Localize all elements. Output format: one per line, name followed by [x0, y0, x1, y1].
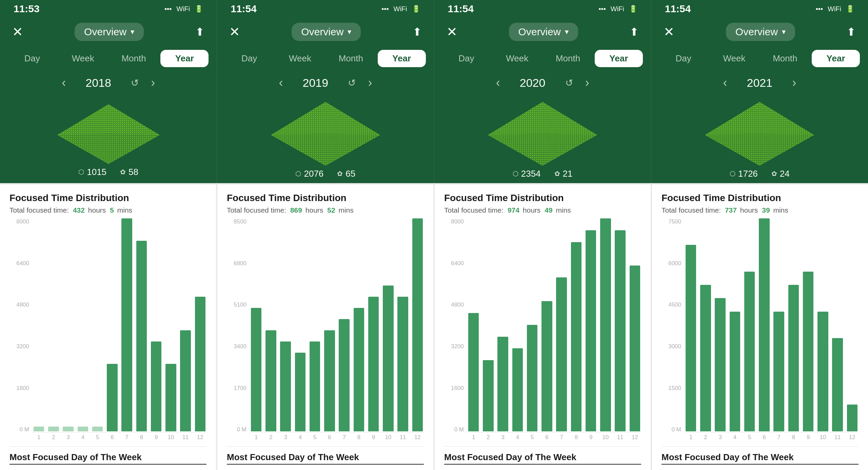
tab-day-1[interactable]: Day [8, 50, 56, 67]
tab-year-2[interactable]: Year [378, 50, 426, 67]
tab-month-4[interactable]: Month [761, 50, 809, 67]
share-button-3[interactable]: ⬆ [630, 25, 639, 38]
diamond-stats-2: ⬡ 2076 ✿ 65 [295, 169, 355, 179]
bar [368, 297, 379, 431]
bar-col [743, 218, 756, 431]
x-label: 5 [526, 434, 538, 441]
prev-year-4[interactable]: ‹ [723, 76, 727, 90]
tab-year-4[interactable]: Year [812, 50, 860, 67]
bar [847, 405, 858, 431]
bar-col [294, 218, 307, 431]
x-label: 7 [773, 434, 785, 441]
close-button-1[interactable]: ✕ [12, 24, 23, 39]
next-year-4[interactable]: › [792, 76, 796, 90]
tab-day-4[interactable]: Day [659, 50, 708, 67]
x-label: 12 [629, 434, 641, 441]
bar-col [570, 218, 583, 431]
share-button-1[interactable]: ⬆ [195, 25, 204, 38]
bar [497, 337, 508, 431]
close-button-2[interactable]: ✕ [229, 24, 240, 39]
tab-year-3[interactable]: Year [595, 50, 643, 67]
x-label: 3 [279, 434, 292, 441]
close-button-4[interactable]: ✕ [664, 24, 674, 39]
card-title-2: Focused Time Distribution [227, 193, 424, 203]
x-label: 9 [802, 434, 814, 441]
year-label-3: 2020 [512, 76, 553, 90]
tab-week-2[interactable]: Week [276, 50, 324, 67]
next-year-2[interactable]: › [368, 76, 372, 90]
focused-card-4: Focused Time Distribution Total focused … [652, 184, 868, 470]
prev-year-3[interactable]: ‹ [496, 76, 500, 90]
x-label: 11 [179, 434, 192, 441]
share-button-4[interactable]: ⬆ [847, 25, 856, 38]
reset-year-1[interactable]: ↺ [131, 77, 139, 89]
focused-card-2: Focused Time Distribution Total focused … [217, 184, 433, 470]
next-year-3[interactable]: › [585, 76, 589, 90]
bar [310, 341, 320, 431]
x-label: 6 [323, 434, 336, 441]
x-label: 5 [91, 434, 104, 441]
bar-col [91, 218, 104, 431]
prev-year-2[interactable]: ‹ [279, 76, 283, 90]
bar [586, 230, 596, 431]
x-label: 1 [33, 434, 45, 441]
focused-card-1: Focused Time Distribution Total focused … [0, 184, 216, 470]
close-button-3[interactable]: ✕ [447, 24, 457, 39]
overview-title-3[interactable]: Overview ▾ [509, 23, 578, 41]
bar-col [526, 218, 538, 431]
bar [383, 286, 394, 431]
tab-week-4[interactable]: Week [710, 50, 758, 67]
diamond-stats-3: ⬡ 2354 ✿ 21 [513, 169, 573, 179]
tab-week-1[interactable]: Week [59, 50, 107, 67]
tab-year-1[interactable]: Year [160, 50, 209, 67]
bar [832, 338, 843, 431]
bar-col [47, 218, 60, 431]
bar-col [179, 218, 192, 431]
x-label: 12 [194, 434, 206, 441]
bar [63, 427, 74, 431]
x-label: 12 [846, 434, 859, 441]
bar-col [816, 218, 829, 431]
status-icons-3: ▪▪▪ WiFi 🔋 [598, 5, 637, 13]
tab-month-3[interactable]: Month [544, 50, 592, 67]
bar [686, 245, 696, 431]
most-focused-section-2: Most Focused Day of The Week [227, 446, 424, 465]
tab-day-3[interactable]: Day [442, 50, 491, 67]
x-label: 1 [250, 434, 262, 441]
overview-title-2[interactable]: Overview ▾ [292, 23, 361, 41]
tab-month-2[interactable]: Month [327, 50, 375, 67]
overview-title-1[interactable]: Overview ▾ [75, 23, 144, 41]
bar [151, 341, 162, 431]
year-label-2: 2019 [295, 76, 336, 90]
x-label: 8 [135, 434, 148, 441]
bar-col [250, 218, 262, 431]
x-label: 2 [47, 434, 60, 441]
status-time-1: 11:53 [14, 3, 40, 15]
tab-month-1[interactable]: Month [110, 50, 158, 67]
bar [788, 285, 799, 431]
x-label: 10 [164, 434, 177, 441]
prev-year-1[interactable]: ‹ [62, 76, 66, 90]
bar [571, 242, 582, 431]
tab-week-3[interactable]: Week [493, 50, 541, 67]
next-year-1[interactable]: › [151, 76, 155, 90]
bar-col [367, 218, 380, 431]
bar-col [773, 218, 785, 431]
year-label-4: 2021 [739, 76, 780, 90]
svg-marker-11 [271, 102, 380, 135]
tab-day-2[interactable]: Day [225, 50, 273, 67]
x-label: 7 [555, 434, 568, 441]
bar-col [497, 218, 509, 431]
x-label: 7 [338, 434, 351, 441]
bar [715, 298, 726, 431]
share-button-2[interactable]: ⬆ [413, 25, 422, 38]
reset-year-3[interactable]: ↺ [565, 77, 573, 89]
bar-col [685, 218, 697, 431]
bar [527, 325, 538, 431]
overview-title-4[interactable]: Overview ▾ [726, 23, 795, 41]
x-label: 12 [411, 434, 424, 441]
bar-col [802, 218, 814, 431]
bar-col [194, 218, 206, 431]
reset-year-2[interactable]: ↺ [348, 77, 356, 89]
card-title-1: Focused Time Distribution [9, 193, 206, 203]
